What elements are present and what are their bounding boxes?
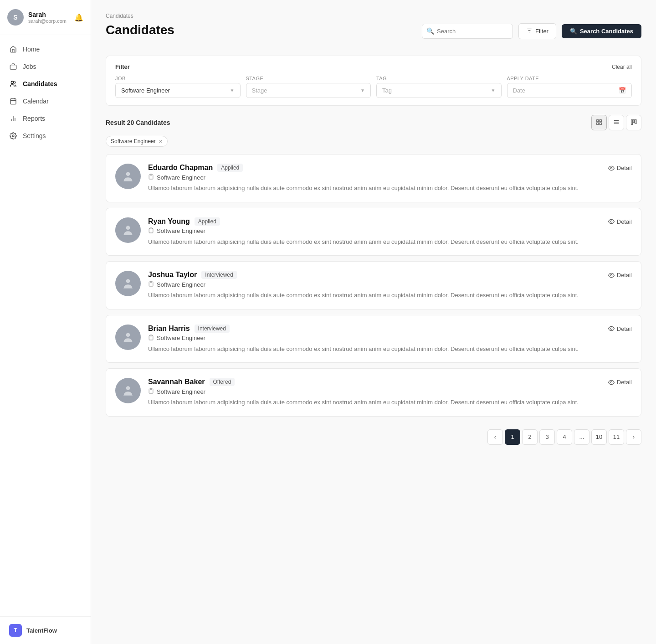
candidate-avatar [115, 217, 141, 243]
svg-point-28 [610, 221, 612, 222]
stage-select[interactable]: Stage ▼ [246, 83, 371, 98]
sidebar-item-jobs[interactable]: Jobs [0, 58, 91, 75]
stage-select-placeholder: Stage [252, 87, 267, 94]
detail-label: Detail [617, 165, 632, 171]
tag-filter: Tag Tag ▼ [376, 76, 502, 98]
clipboard-icon [148, 281, 154, 288]
pagination-next[interactable]: › [626, 429, 641, 445]
sidebar-item-home[interactable]: Home [0, 41, 91, 58]
page-btn-...[interactable]: ... [574, 429, 589, 445]
search-candidates-button[interactable]: 🔍 Search Candidates [562, 24, 641, 38]
page-btn-1[interactable]: 1 [505, 429, 520, 445]
detail-button[interactable]: Detail [608, 378, 632, 386]
job-select-value: Software Engineer [121, 87, 170, 94]
clear-all-button[interactable]: Clear all [612, 64, 632, 70]
chevron-down-icon: ▼ [491, 88, 496, 93]
view-toggle-grid[interactable] [591, 115, 607, 130]
active-filter-tag[interactable]: Software Engineer ✕ [106, 136, 168, 147]
main-content: Candidates Candidates 🔍 Filter 🔍 Search … [91, 0, 656, 644]
candidate-job: Software Engineer [157, 335, 205, 341]
filter-button-label: Filter [535, 28, 548, 35]
status-badge: Interviewed [195, 325, 230, 333]
candidate-card: Ryan Young Applied Software Engineer Ull… [106, 208, 641, 256]
svg-rect-33 [150, 335, 152, 336]
tag-filter-label: Tag [376, 76, 502, 81]
briefcase-icon [9, 62, 17, 71]
svg-point-9 [12, 135, 14, 137]
svg-rect-13 [597, 119, 599, 121]
svg-point-1 [11, 81, 13, 83]
detail-label: Detail [617, 272, 632, 278]
candidate-card: Savannah Baker Offered Software Engineer… [106, 368, 641, 417]
user-profile[interactable]: S Sarah sarah@corp.com 🔔 [0, 0, 91, 35]
view-toggle-kanban[interactable] [626, 115, 641, 130]
tag-select-placeholder: Tag [382, 87, 392, 94]
filter-icon [526, 27, 533, 35]
svg-point-25 [610, 167, 612, 169]
svg-rect-14 [600, 119, 601, 121]
eye-icon [608, 325, 615, 332]
candidate-avatar [115, 164, 141, 189]
clipboard-icon [148, 388, 154, 395]
search-candidates-label: Search Candidates [580, 28, 633, 35]
detail-label: Detail [617, 379, 632, 386]
eye-icon [608, 379, 615, 386]
sidebar-item-label: Calendar [23, 98, 49, 105]
app-name: TalentFlow [26, 627, 57, 634]
svg-rect-15 [597, 123, 599, 124]
sidebar-item-label: Home [23, 46, 40, 53]
candidate-avatar [115, 271, 141, 296]
reports-icon [9, 114, 17, 123]
candidate-job: Software Engineer [157, 388, 205, 395]
svg-rect-27 [150, 228, 152, 229]
status-badge: Interviewed [201, 271, 236, 279]
svg-point-34 [610, 328, 612, 330]
search-wrap: 🔍 [422, 24, 513, 39]
candidate-card: Brian Harris Interviewed Software Engine… [106, 315, 641, 363]
chevron-down-icon: ▼ [360, 88, 365, 93]
apply-date-select[interactable]: Date 📅 [507, 83, 632, 98]
user-name: Sarah [28, 11, 70, 18]
svg-rect-30 [150, 281, 152, 282]
sidebar-item-candidates[interactable]: Candidates [0, 75, 91, 93]
svg-rect-22 [635, 119, 636, 124]
job-select[interactable]: Software Engineer ▼ [115, 83, 241, 98]
notification-bell-icon[interactable]: 🔔 [74, 13, 83, 22]
close-icon[interactable]: ✕ [159, 139, 163, 144]
sidebar-item-settings[interactable]: Settings [0, 127, 91, 144]
sidebar-nav: Home Jobs Candidates Calendar Reports [0, 35, 91, 616]
svg-rect-0 [10, 65, 16, 69]
tag-select[interactable]: Tag ▼ [376, 83, 502, 98]
candidate-job: Software Engineer [157, 227, 205, 234]
page-btn-10[interactable]: 10 [591, 429, 607, 445]
calendar-icon [9, 97, 17, 105]
candidate-job: Software Engineer [157, 281, 205, 288]
svg-point-35 [126, 386, 131, 391]
gear-icon [9, 132, 17, 140]
svg-rect-16 [600, 123, 601, 124]
candidate-bio: Ullamco laborum laborum adipisicing null… [148, 291, 601, 300]
toolbar: 🔍 Filter 🔍 Search Candidates [422, 23, 641, 39]
svg-rect-36 [150, 388, 152, 389]
status-badge: Offered [210, 378, 235, 386]
search-input[interactable] [422, 24, 513, 39]
candidate-card: Eduardo Chapman Applied Software Enginee… [106, 154, 641, 202]
page-btn-4[interactable]: 4 [557, 429, 572, 445]
candidate-name: Eduardo Chapman [148, 164, 213, 172]
page-btn-3[interactable]: 3 [539, 429, 555, 445]
status-badge: Applied [195, 217, 220, 226]
detail-button[interactable]: Detail [608, 271, 632, 278]
filter-button[interactable]: Filter [518, 23, 556, 39]
page-btn-11[interactable]: 11 [609, 429, 624, 445]
avatar: S [7, 9, 24, 26]
candidate-name: Savannah Baker [148, 378, 205, 386]
sidebar-item-reports[interactable]: Reports [0, 110, 91, 127]
page-btn-2[interactable]: 2 [522, 429, 538, 445]
detail-button[interactable]: Detail [608, 164, 632, 171]
candidate-job: Software Engineer [157, 174, 205, 181]
detail-button[interactable]: Detail [608, 325, 632, 332]
view-toggle-list[interactable] [609, 115, 624, 130]
sidebar-item-calendar[interactable]: Calendar [0, 93, 91, 110]
pagination-prev[interactable]: ‹ [487, 429, 503, 445]
detail-button[interactable]: Detail [608, 217, 632, 225]
